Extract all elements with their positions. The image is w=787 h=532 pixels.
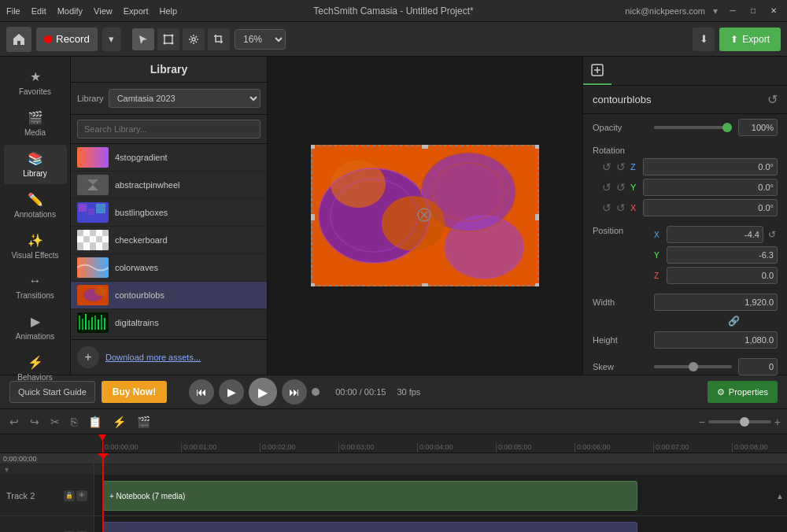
zoom-out-icon[interactable]: − — [699, 416, 705, 428]
dropdown-arrow-icon[interactable]: ▾ — [713, 6, 718, 17]
play-button-large[interactable]: ▶ — [249, 378, 277, 406]
library-item-bustlingboxes[interactable]: bustlingboxes — [71, 199, 267, 227]
library-select[interactable]: Camtasia 2023 — [109, 89, 260, 108]
skew-value: 0 — [738, 358, 778, 375]
ruler-mark-7: 0:00:07;00 — [653, 443, 732, 453]
rotation-x-icon[interactable]: ↺ — [602, 201, 611, 214]
svg-rect-27 — [82, 319, 83, 330]
select-tool-icon[interactable] — [132, 28, 154, 50]
position-z-value[interactable]: 0.0 — [667, 267, 778, 284]
position-x-reset[interactable]: ↺ — [767, 229, 778, 240]
position-x-value[interactable]: -4.4 — [667, 226, 763, 243]
library-thumb-colorwaves — [77, 257, 109, 278]
library-thumb-bustlingboxes — [77, 202, 109, 223]
rotation-z-icon2[interactable]: ↺ — [616, 161, 626, 173]
menu-help[interactable]: Help — [160, 6, 178, 16]
menu-modify[interactable]: Modify — [57, 6, 83, 16]
sidebar-item-library[interactable]: 📚 Library — [4, 145, 67, 184]
minimize-button[interactable]: ─ — [726, 4, 740, 18]
ruler-mark-6: 0:00:06;00 — [575, 443, 653, 453]
media-icon: 🎬 — [28, 110, 43, 125]
track-2-expand-icon[interactable]: ▲ — [776, 491, 784, 500]
properties-tabs — [583, 57, 787, 86]
record-button[interactable]: Record — [36, 28, 98, 51]
svg-rect-57 — [535, 283, 539, 286]
library-item-contourblobs[interactable]: contourblobs — [71, 282, 267, 309]
library-item-abstractpinwheel[interactable]: abstractpinwheel — [71, 172, 267, 199]
opacity-slider[interactable] — [654, 126, 732, 129]
ruler-playhead[interactable] — [102, 434, 103, 453]
library-add-button[interactable]: + — [77, 346, 99, 368]
skew-thumb — [689, 362, 698, 371]
svg-point-1 — [163, 34, 165, 36]
copy-button[interactable]: ⎘ — [68, 414, 80, 430]
properties-button[interactable]: ⚙ Properties — [708, 381, 778, 403]
svg-rect-54 — [535, 214, 539, 220]
track-1-clip-background[interactable]: + Background (3 media) — [102, 522, 637, 532]
cut-button[interactable]: ✂ — [47, 414, 63, 430]
sidebar-item-annotations[interactable]: ✏️ Annotations — [4, 186, 67, 225]
timeline-zoom-slider[interactable] — [708, 420, 771, 423]
expand-icon[interactable]: ▼ — [0, 466, 10, 474]
zoom-in-icon[interactable]: + — [774, 416, 781, 428]
library-item-colorwaves[interactable]: colorwaves — [71, 254, 267, 282]
properties-reset-button[interactable]: ↺ — [767, 92, 778, 107]
ruler-mark-8: 0:00:08;00 — [732, 443, 787, 453]
sidebar-item-favorites[interactable]: ★ Favorites — [4, 63, 67, 102]
sidebar-item-animations[interactable]: ▶ Animations — [4, 308, 67, 347]
menu-view[interactable]: View — [94, 6, 113, 16]
track-2-clip-notebook[interactable]: + Notebook (7 media) — [102, 481, 637, 511]
track-2-visibility-button[interactable]: 👁 — [76, 490, 87, 501]
menu-file[interactable]: File — [6, 6, 20, 16]
menu-edit[interactable]: Edit — [31, 6, 46, 16]
rotation-y-icon[interactable]: ↺ — [602, 181, 611, 194]
rotation-x-icon2[interactable]: ↺ — [616, 201, 626, 214]
sidebar-item-media[interactable]: 🎬 Media — [4, 104, 67, 143]
redo-button[interactable]: ↪ — [27, 414, 42, 430]
library-item-4stopgradient[interactable]: 4stopgradient — [71, 144, 267, 172]
svg-rect-15 — [102, 230, 109, 236]
rotation-z-icon[interactable]: ↺ — [602, 161, 611, 173]
menu-export[interactable]: Export — [124, 6, 149, 16]
sidebar-item-transitions[interactable]: ↔ Transitions — [4, 268, 67, 306]
split-button[interactable]: ⚡ — [109, 414, 129, 430]
library-search-input[interactable] — [77, 120, 260, 139]
properties-tab-visual[interactable] — [583, 57, 611, 85]
download-assets-link[interactable]: Download more assets... — [105, 353, 201, 362]
download-icon-button[interactable]: ⬇ — [693, 28, 715, 51]
home-button[interactable] — [6, 27, 31, 52]
width-value[interactable]: 1,920.0 — [654, 294, 778, 311]
video-button[interactable]: 🎬 — [134, 414, 153, 430]
playhead[interactable] — [102, 453, 104, 532]
transform-tool-icon[interactable] — [157, 28, 179, 50]
crop-tool-icon[interactable] — [208, 28, 230, 50]
buy-now-button[interactable]: Buy Now! — [102, 381, 167, 403]
export-button[interactable]: ⬆ Export — [719, 28, 781, 51]
close-button[interactable]: ✕ — [767, 4, 781, 18]
maximize-button[interactable]: □ — [746, 4, 760, 18]
rotation-y-icon2[interactable]: ↺ — [616, 181, 626, 194]
position-y-value[interactable]: -6.3 — [667, 246, 778, 264]
sidebar-item-visual-effects[interactable]: ✨ Visual Effects — [4, 227, 67, 266]
record-dropdown-button[interactable]: ▾ — [102, 28, 121, 51]
pan-tool-icon[interactable] — [183, 28, 205, 50]
loop-button[interactable] — [312, 388, 320, 396]
paste-button[interactable]: 📋 — [85, 414, 105, 430]
skew-slider[interactable] — [654, 365, 732, 368]
record-dot-icon — [44, 35, 52, 43]
properties-panel: contourblobs ↺ Opacity 100% Rotation ↺ ↺… — [582, 57, 787, 375]
step-forward-button[interactable]: ⏭ — [282, 379, 307, 405]
svg-rect-9 — [79, 204, 87, 212]
library-item-digitaltrains[interactable]: digitaltrains — [71, 309, 267, 337]
zoom-select[interactable]: 16% 25% 50% 100% — [235, 29, 286, 50]
library-item-checkerboard[interactable]: checkerboard — [71, 227, 267, 254]
track-2-lock-button[interactable]: 🔒 — [64, 490, 75, 501]
quick-start-guide-button[interactable]: Quick Start Guide — [9, 381, 95, 403]
height-value[interactable]: 1,080.0 — [654, 331, 778, 349]
title-bar: File Edit Modify View Export Help TechSm… — [0, 0, 787, 22]
play-pause-button[interactable]: ▶ — [219, 379, 244, 405]
preview-canvas[interactable] — [311, 145, 539, 286]
svg-rect-11 — [96, 204, 105, 213]
step-back-button[interactable]: ⏮ — [189, 379, 214, 405]
undo-button[interactable]: ↩ — [6, 414, 22, 430]
